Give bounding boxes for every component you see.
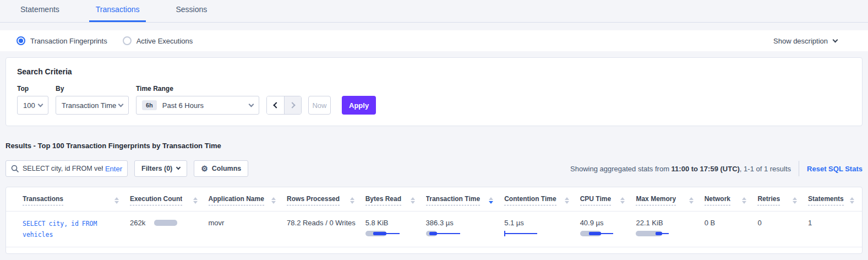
sort-icon[interactable]: [738, 197, 746, 204]
sort-icon[interactable]: [788, 197, 797, 204]
cell-retries: 0: [754, 212, 805, 247]
col-rows-processed[interactable]: Rows Processed: [283, 187, 362, 212]
transactions-table: Transactions Execution Count Application…: [6, 187, 862, 247]
time-range-select[interactable]: 6h Past 6 Hours: [136, 96, 259, 115]
tab-sessions[interactable]: Sessions: [169, 5, 214, 22]
time-range-badge: 6h: [142, 100, 157, 110]
col-application-name[interactable]: Application Name: [205, 187, 284, 212]
cell-bytes-read: 5.8 KiB: [362, 212, 423, 247]
sort-icon-active-desc[interactable]: [484, 197, 493, 204]
col-retries[interactable]: Retries: [754, 187, 805, 212]
cell-max-memory: 22.1 KiB: [632, 212, 701, 247]
view-toggle-band: Transaction Fingerprints Active Executio…: [0, 30, 868, 51]
radio-label: Transaction Fingerprints: [30, 37, 107, 45]
by-value: Transaction Time: [62, 101, 116, 110]
col-execution-count[interactable]: Execution Count: [127, 187, 205, 212]
col-cpu-time[interactable]: CPU Time: [577, 187, 633, 212]
cell-transaction: SELECT city, id FROM vehicles: [6, 212, 127, 247]
aggregated-stats-text: Showing aggregated stats from 11:00 to 1…: [570, 165, 791, 173]
chevron-down-icon: [249, 101, 254, 107]
transaction-fingerprint-link[interactable]: SELECT city, id FROM vehicles: [23, 219, 111, 240]
chevron-down-icon: [118, 101, 124, 107]
columns-label: Columns: [212, 165, 241, 172]
chevron-right-icon: [289, 102, 295, 108]
max-memory-bar: [636, 230, 697, 237]
cell-statements: 1: [805, 212, 862, 247]
sort-icon[interactable]: [267, 197, 276, 204]
cell-network: 0 B: [701, 212, 755, 247]
top-label: Top: [17, 85, 48, 93]
transaction-time-bar: [426, 230, 498, 237]
time-range-group: Time Range 6h Past 6 Hours: [136, 85, 259, 115]
by-group: By Transaction Time: [56, 85, 129, 115]
apply-button[interactable]: Apply: [342, 96, 376, 115]
next-time-window-button[interactable]: [284, 96, 301, 114]
time-range-label: Time Range: [136, 85, 259, 93]
sort-icon[interactable]: [189, 197, 198, 204]
col-transactions[interactable]: Transactions: [6, 187, 127, 212]
reset-sql-stats-link[interactable]: Reset SQL Stats: [807, 165, 862, 173]
by-label: By: [56, 85, 129, 93]
sort-icon[interactable]: [845, 197, 854, 204]
now-button[interactable]: Now: [308, 96, 331, 115]
show-description-toggle[interactable]: Show description: [773, 37, 837, 45]
page-tabs: Statements Transactions Sessions: [0, 0, 868, 23]
top-value: 100: [23, 101, 35, 110]
by-select[interactable]: Transaction Time: [56, 96, 129, 115]
cell-rows-processed: 78.2 Reads / 0 Writes: [283, 212, 362, 247]
tab-statements[interactable]: Statements: [14, 5, 66, 22]
search-box[interactable]: Enter: [6, 160, 128, 177]
vertical-divider: [799, 161, 799, 176]
col-network[interactable]: Network: [701, 187, 755, 212]
top-select[interactable]: 100: [17, 96, 48, 115]
filters-button[interactable]: Filters (0): [134, 160, 187, 177]
search-enter-button[interactable]: Enter: [105, 165, 122, 173]
search-criteria-card: Search Criteria Top 100 By Transaction T…: [6, 57, 862, 126]
stats-time-range: 11:00 to 17:59 (UTC): [672, 165, 740, 173]
results-controls: Enter Filters (0) ⚙ Columns Showing aggr…: [6, 160, 862, 177]
previous-time-window-button[interactable]: [267, 96, 284, 114]
chevron-down-icon: [176, 165, 181, 170]
sort-icon[interactable]: [616, 197, 625, 204]
cell-application-name: movr: [205, 212, 284, 247]
search-icon: [11, 165, 19, 172]
table-row: SELECT city, id FROM vehicles 262k movr …: [6, 212, 862, 247]
gear-icon: ⚙: [201, 165, 208, 172]
contention-time-bar: [504, 230, 573, 237]
top-group: Top 100: [17, 85, 48, 115]
chevron-left-icon: [273, 102, 279, 108]
cell-execution-count: 262k: [127, 212, 205, 247]
col-bytes-read[interactable]: Bytes Read: [362, 187, 423, 212]
sort-icon[interactable]: [685, 197, 694, 204]
cell-cpu-time: 40.9 µs: [577, 212, 633, 247]
results-heading: Results - Top 100 Transaction Fingerprin…: [6, 142, 862, 150]
radio-transaction-fingerprints[interactable]: Transaction Fingerprints: [17, 36, 107, 45]
search-input[interactable]: [23, 165, 103, 172]
col-contention-time[interactable]: Contention Time: [501, 187, 576, 212]
radio-active-executions[interactable]: Active Executions: [123, 36, 193, 45]
time-range-value: Past 6 Hours: [162, 101, 204, 110]
sort-icon[interactable]: [560, 197, 569, 204]
cell-contention-time: 5.1 µs: [501, 212, 576, 247]
filters-label: Filters (0): [141, 165, 172, 172]
search-criteria-title: Search Criteria: [17, 67, 851, 76]
columns-button[interactable]: ⚙ Columns: [194, 160, 248, 177]
chevron-down-icon: [38, 101, 43, 107]
sort-icon[interactable]: [346, 197, 354, 204]
col-transaction-time[interactable]: Transaction Time: [423, 187, 501, 212]
bytes-read-bar: [365, 230, 419, 237]
sort-icon[interactable]: [110, 197, 119, 204]
table-header-row: Transactions Execution Count Application…: [6, 187, 862, 212]
cpu-time-bar: [580, 230, 630, 237]
col-max-memory[interactable]: Max Memory: [632, 187, 701, 212]
radio-selected-icon[interactable]: [17, 36, 25, 45]
tab-transactions[interactable]: Transactions: [89, 5, 146, 22]
radio-label: Active Executions: [137, 37, 193, 45]
radio-unselected-icon[interactable]: [123, 36, 132, 45]
col-statements[interactable]: Statements: [805, 187, 862, 212]
show-description-label: Show description: [773, 37, 828, 45]
time-window-pager: [266, 96, 302, 115]
sort-icon[interactable]: [406, 197, 415, 204]
execution-count-bar: [154, 220, 177, 226]
chevron-down-icon: [833, 37, 838, 42]
